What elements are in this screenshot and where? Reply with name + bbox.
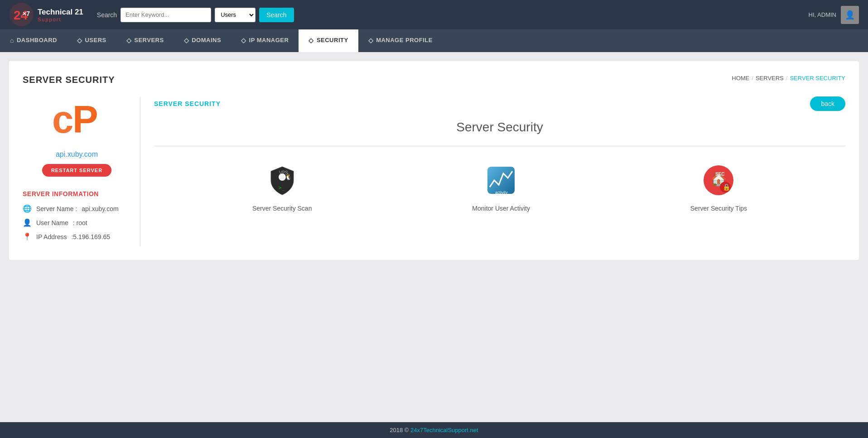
server-name-value: api.xuby.com xyxy=(82,205,118,212)
security-grid: >_ 🐧 VPS Server Security Scan xyxy=(154,164,845,212)
svg-text:×7: ×7 xyxy=(23,10,30,17)
logo-area: 24 ×7 Technical 21 Support xyxy=(9,2,83,27)
server-info-section: SERVER INFORMATION 🌐 Server Name : api.x… xyxy=(23,190,131,241)
right-panel: SERVER SECURITY back Server Security xyxy=(140,96,845,246)
logo-icon: 24 ×7 xyxy=(9,2,34,27)
security-option-monitor[interactable]: activity Monitor User Activity xyxy=(472,164,530,212)
content-card: SERVER SECURITY HOME / SERVERS / SERVER … xyxy=(9,61,859,260)
server-domain[interactable]: api.xuby.com xyxy=(23,150,131,159)
section-header: SERVER SECURITY back xyxy=(154,96,845,111)
nav-item-dashboard[interactable]: ⌂ DASHBOARD xyxy=(0,29,67,52)
svg-text:VPS: VPS xyxy=(279,170,288,175)
username-row: 👤 User Name : root xyxy=(23,218,131,227)
users-icon: ◇ xyxy=(77,37,82,44)
monitor-icon: activity xyxy=(485,164,517,198)
ip-value: :5.196.169.65 xyxy=(71,233,110,241)
footer-text: 2018 © xyxy=(390,427,409,433)
manage-profile-icon: ◇ xyxy=(368,37,374,44)
search-area: Search Users Servers Domains Search xyxy=(97,8,294,22)
avatar: 👤 xyxy=(841,6,859,24)
header-right: HI, ADMIN 👤 xyxy=(809,6,859,24)
nav-label-domains: DOMAINS xyxy=(192,37,221,43)
search-select[interactable]: Users Servers Domains xyxy=(215,8,256,22)
back-button[interactable]: back xyxy=(810,96,845,111)
nav-item-users[interactable]: ◇ USERS xyxy=(67,29,116,52)
section-title: SERVER SECURITY xyxy=(154,100,221,107)
servers-icon: ◇ xyxy=(126,37,132,44)
ip-row: 📍 IP Address :5.196.169.65 xyxy=(23,232,131,241)
nav-label-ip-manager: IP MANAGER xyxy=(249,37,289,43)
monitor-label: Monitor User Activity xyxy=(472,205,530,212)
nav-label-manage-profile: MANAGE PROFILE xyxy=(376,37,433,43)
search-button[interactable]: Search xyxy=(259,8,294,22)
nav-label-security: SECURITY xyxy=(317,37,348,43)
cpanel-logo: c P xyxy=(23,96,131,144)
security-option-tips[interactable]: 🏠 SEC 🔒 Server Security Tips xyxy=(690,164,747,212)
nav-item-ip-manager[interactable]: ◇ IP MANAGER xyxy=(231,29,299,52)
nav-label-dashboard: DASHBOARD xyxy=(17,37,57,43)
two-col-layout: c P api.xuby.com RESTART SERVER SERVER I… xyxy=(23,96,845,246)
page-title: SERVER SECURITY xyxy=(23,75,115,85)
scan-label: Server Security Scan xyxy=(252,205,312,212)
search-label: Search xyxy=(97,11,117,19)
main-nav: ⌂ DASHBOARD ◇ USERS ◇ SERVERS ◇ DOMAINS … xyxy=(0,29,868,52)
footer: 2018 © 24x7TechnicalSupport.net xyxy=(0,422,868,438)
svg-text:activity: activity xyxy=(495,190,508,195)
cpanel-svg: c P xyxy=(48,96,106,142)
svg-text:c: c xyxy=(52,98,73,141)
home-icon: ⌂ xyxy=(10,37,14,44)
nav-item-domains[interactable]: ◇ DOMAINS xyxy=(174,29,231,52)
svg-text:P: P xyxy=(72,98,98,141)
nav-label-users: USERS xyxy=(85,37,106,43)
search-input[interactable] xyxy=(121,8,211,22)
user-icon: 👤 xyxy=(23,218,32,227)
nav-item-security[interactable]: ◇ SECURITY xyxy=(299,29,358,52)
breadcrumb: HOME / SERVERS / SERVER SECURITY xyxy=(732,75,845,82)
page-header: SERVER SECURITY HOME / SERVERS / SERVER … xyxy=(23,75,845,85)
svg-text:SEC: SEC xyxy=(715,172,725,177)
header: 24 ×7 Technical 21 Support Search Users … xyxy=(0,0,868,29)
tips-label: Server Security Tips xyxy=(690,205,747,212)
logo-text: Technical 21 Support xyxy=(38,8,83,22)
username-label: User Name xyxy=(36,219,68,226)
svg-text:>_: >_ xyxy=(279,185,285,191)
breadcrumb-current: SERVER SECURITY xyxy=(790,75,845,82)
restart-server-button[interactable]: RESTART SERVER xyxy=(42,164,111,177)
server-name-label: Server Name : xyxy=(36,205,77,212)
left-panel: c P api.xuby.com RESTART SERVER SERVER I… xyxy=(23,96,140,246)
ip-manager-icon: ◇ xyxy=(241,37,246,44)
security-icon: ◇ xyxy=(309,37,314,44)
breadcrumb-home[interactable]: HOME xyxy=(732,75,749,82)
nav-item-manage-profile[interactable]: ◇ MANAGE PROFILE xyxy=(358,29,443,52)
security-option-scan[interactable]: >_ 🐧 VPS Server Security Scan xyxy=(252,164,312,212)
username-value: : root xyxy=(73,219,87,226)
location-icon: 📍 xyxy=(23,232,32,241)
nav-label-servers: SERVERS xyxy=(134,37,164,43)
hi-admin-label: HI, ADMIN xyxy=(809,11,836,18)
server-name-row: 🌐 Server Name : api.xuby.com xyxy=(23,204,131,213)
nav-item-servers[interactable]: ◇ SERVERS xyxy=(116,29,174,52)
domains-icon: ◇ xyxy=(184,37,189,44)
main-wrapper: SERVER SECURITY HOME / SERVERS / SERVER … xyxy=(0,52,868,422)
tips-icon: 🏠 SEC 🔒 xyxy=(703,164,734,198)
breadcrumb-servers[interactable]: SERVERS xyxy=(756,75,784,82)
ip-label: IP Address xyxy=(36,233,67,241)
globe-icon: 🌐 xyxy=(23,204,32,213)
divider xyxy=(154,146,845,146)
server-security-heading: Server Security xyxy=(154,120,845,135)
svg-text:🔒: 🔒 xyxy=(723,183,731,191)
scan-icon: >_ 🐧 VPS xyxy=(266,164,298,198)
server-info-title: SERVER INFORMATION xyxy=(23,190,131,197)
footer-link[interactable]: 24x7TechnicalSupport.net xyxy=(410,427,478,433)
